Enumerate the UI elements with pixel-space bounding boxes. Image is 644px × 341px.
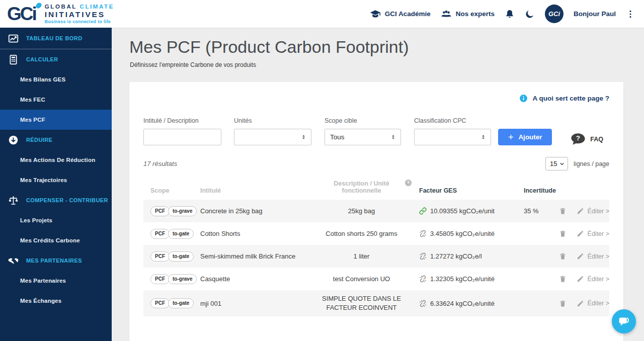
logo-leaf-icon	[35, 2, 42, 9]
faq-icon	[571, 133, 586, 145]
edit-pencil-icon[interactable]	[577, 300, 584, 307]
unites-select[interactable]	[234, 129, 311, 145]
trash-icon[interactable]	[559, 230, 567, 237]
row-description: SIMPLE QUOTE DANS LE FACTEUR ECOINVENT	[308, 294, 415, 312]
cpc-select[interactable]	[414, 129, 491, 145]
pcf-card: A quoi sert cette page ? Intitulé / Desc…	[129, 82, 623, 341]
avatar[interactable]: GCi	[545, 5, 564, 23]
main-content: Mes PCF (Product Carbon Footprint) Défin…	[112, 28, 644, 341]
table-row: PCFto-gate mji 001 SIMPLE QUOTE DANS LE …	[143, 290, 609, 316]
sidebar-item-tableau-de-bord[interactable]: TABLEAU DE BORD	[0, 28, 112, 49]
edit-pencil-icon[interactable]	[577, 275, 584, 283]
sidebar-item-label: Mes Crédits Carbone	[20, 237, 80, 243]
sidebar-item-mes-echanges[interactable]: Mes Échanges	[0, 291, 112, 311]
sidebar-item-mes-trajectoires[interactable]: Mes Trajectoires	[0, 170, 112, 190]
calculator-icon	[7, 54, 20, 65]
edit-link[interactable]: Éditer >	[588, 230, 609, 237]
info-link-label: A quoi sert cette page ?	[532, 95, 609, 102]
sidebar-item-mes-partenaires-section[interactable]: MES PARTENAIRES	[0, 250, 112, 271]
sidebar-item-label: Mes Échanges	[20, 298, 61, 304]
row-intitule: mji 001	[200, 300, 308, 307]
gci-logo[interactable]: GCi GLOBAL CLIMATE INITIATIVES Business …	[7, 4, 114, 24]
avatar-text: GCi	[548, 10, 560, 18]
select-arrows-icon	[480, 134, 487, 140]
table-header: Scope Intitulé Description / Unité fonct…	[143, 180, 609, 200]
row-facteur-value: 1.27272 kgCO₂e/l	[430, 252, 482, 260]
chat-icon	[617, 314, 631, 328]
sidebar-item-label: Mes Trajectoires	[20, 177, 67, 183]
sidebar-item-calculer[interactable]: CALCULER	[0, 49, 112, 69]
page-subtitle: Définissez l'empreinte Carbone de vos pr…	[130, 61, 644, 68]
row-facteur-cell: 1.27272 kgCO₂e/l	[419, 252, 524, 260]
sidebar-item-les-projets[interactable]: Les Projets	[0, 210, 112, 230]
per-page-control: 15 lignes / page	[545, 157, 609, 170]
greeting-text: Bonjour Paul	[574, 10, 616, 18]
trash-icon[interactable]	[559, 275, 567, 283]
scope-pill-range: to-gate	[168, 298, 194, 308]
edit-link[interactable]: Éditer >	[588, 253, 609, 260]
scope-select[interactable]: Tous	[325, 129, 401, 145]
row-intitule: Concrete in 25kg bag	[200, 207, 308, 215]
table-row: PCFto-gate Semi-skimmed milk Brick Franc…	[143, 245, 609, 268]
filters-bar: Intitulé / Description Unités Scope cibl…	[143, 117, 609, 145]
scope-select-value: Tous	[330, 133, 345, 141]
kebab-menu-icon[interactable]	[626, 9, 635, 20]
bell-icon[interactable]	[505, 9, 515, 19]
edit-link[interactable]: Éditer >	[588, 276, 609, 283]
col-header-facteur: Facteur GES	[419, 187, 524, 194]
edit-pencil-icon[interactable]	[577, 252, 584, 260]
sidebar-item-mes-bilans-ges[interactable]: Mes Bilans GES	[0, 69, 112, 90]
nav-gci-academie[interactable]: GCI Académie	[370, 9, 431, 20]
link-icon	[419, 207, 427, 215]
logo-word-global: GLOBAL	[45, 4, 77, 10]
trash-icon[interactable]	[559, 300, 567, 307]
add-button[interactable]: Ajouter	[498, 129, 552, 145]
row-description: 1 liter	[308, 252, 415, 261]
edit-link[interactable]: Éditer >	[588, 208, 609, 215]
faq-label: FAQ	[590, 136, 603, 143]
edit-pencil-icon[interactable]	[577, 207, 584, 215]
faq-button[interactable]: FAQ	[571, 133, 603, 145]
scope-pill-range: to-grave	[168, 206, 197, 216]
sidebar-section-label: RÉDUIRE	[26, 137, 52, 143]
per-page-value: 15	[550, 160, 557, 167]
page-info-link[interactable]: A quoi sert cette page ?	[143, 94, 609, 103]
sidebar-item-reduire[interactable]: RÉDUIRE	[0, 130, 112, 150]
results-bar: 17 résultats 15 lignes / page	[143, 157, 609, 170]
col-header-intitule: Intitulé	[200, 187, 308, 194]
intitule-input[interactable]	[143, 129, 221, 145]
scope-pill-pcf: PCF	[150, 251, 170, 262]
sidebar-item-mes-fec[interactable]: Mes FEC	[0, 90, 112, 110]
chevron-down-icon	[559, 161, 565, 166]
moon-icon[interactable]	[525, 9, 535, 19]
scope-pill-range: to-gate	[168, 251, 194, 262]
row-facteur-cell: 1.32305 kgCO₂e/unité	[419, 275, 524, 283]
edit-link[interactable]: Éditer >	[588, 300, 609, 307]
sidebar-item-mes-partenaires[interactable]: Mes Partenaires	[0, 271, 112, 291]
chat-button[interactable]	[612, 309, 636, 333]
sidebar: TABLEAU DE BORD CALCULER Mes Bilans GES …	[0, 28, 112, 341]
edit-pencil-icon[interactable]	[577, 230, 584, 237]
users-icon	[441, 9, 452, 20]
row-scope-cell: PCFto-gate	[150, 298, 200, 308]
help-icon[interactable]	[405, 179, 412, 187]
row-actions: Éditer >	[561, 251, 609, 261]
gci-logo-text: GLOBAL CLIMATE INITIATIVES Business is c…	[45, 4, 114, 24]
sidebar-item-mes-credits-carbone[interactable]: Mes Crédits Carbone	[0, 230, 112, 250]
row-description: test Conversion UO	[308, 275, 415, 284]
sidebar-item-mes-actions-de-reduction[interactable]: Mes Actions De Réduction	[0, 150, 112, 170]
partners-icon	[7, 255, 20, 266]
per-page-select[interactable]: 15	[545, 157, 568, 170]
trash-icon[interactable]	[559, 207, 567, 215]
page-title: Mes PCF (Product Carbon Footprint)	[129, 37, 644, 57]
sidebar-item-compenser-contribuer[interactable]: COMPENSER - CONTRIBUER	[0, 190, 112, 210]
reduce-icon	[7, 135, 20, 145]
row-actions: Éditer >	[561, 299, 609, 308]
row-facteur-cell: 10.09355 kgCO₂e/unit	[419, 207, 524, 215]
col-header-description: Description / Unité fonctionnelle	[308, 180, 415, 194]
nav-nos-experts[interactable]: Nos experts	[441, 9, 495, 20]
sidebar-item-mes-pcf[interactable]: Mes PCF	[0, 110, 112, 130]
row-description: 25kg bag	[308, 207, 415, 216]
table-row: PCFto-gate Cotton Shorts Cotton shorts 2…	[143, 222, 609, 245]
trash-icon[interactable]	[559, 252, 567, 260]
